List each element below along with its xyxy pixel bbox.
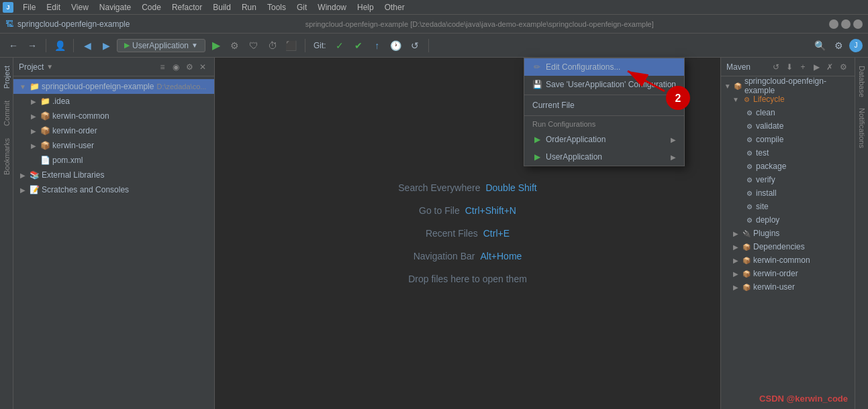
user-icon[interactable]: 👤 (52, 38, 68, 54)
scratch-label: Scratches and Consoles (42, 185, 129, 194)
ext-libs-icon: 📚 (29, 170, 40, 180)
minimize-button[interactable] (829, 19, 838, 29)
sidebar-title: Project ▼ (19, 62, 53, 72)
maven-kerwin-common[interactable]: ▶ 📦 kerwin-common (721, 253, 855, 267)
maven-download[interactable]: ⬇ (783, 61, 795, 73)
test-label: test (756, 148, 769, 158)
profile-button[interactable]: ⏱ (264, 38, 281, 54)
menu-other[interactable]: Other (379, 1, 410, 13)
maven-validate[interactable]: ⚙ validate (721, 119, 855, 133)
menu-code[interactable]: Code (136, 1, 166, 13)
recent-files-key: Ctrl+E (483, 228, 510, 239)
tree-kerwin-order[interactable]: ▶ 📦 kerwin-order (13, 123, 214, 138)
maven-refresh[interactable]: ↺ (770, 61, 782, 73)
toolbar-nav-fwd[interactable]: ▶ (98, 38, 114, 54)
dropdown-order-app[interactable]: ▶ OrderApplication ▶ (524, 131, 684, 148)
maven-root-arrow: ▼ (724, 82, 731, 90)
nav-bar-key: Alt+Home (480, 251, 522, 261)
tree-external-libs[interactable]: ▶ 📚 External Libraries (13, 168, 214, 182)
git-push[interactable]: ↑ (369, 38, 385, 54)
scratch-arrow: ▶ (19, 186, 27, 194)
coverage-button[interactable]: 🛡 (246, 38, 262, 54)
menu-git[interactable]: Git (291, 1, 312, 13)
dropdown-user-app[interactable]: ▶ UserApplication ▶ (524, 148, 684, 166)
menu-view[interactable]: View (66, 1, 94, 13)
maven-clean[interactable]: ⚙ clean (721, 106, 855, 119)
git-check[interactable]: ✓ (332, 38, 348, 54)
compile-gear-icon: ⚙ (744, 135, 754, 144)
avatar-button[interactable]: J (849, 39, 863, 52)
left-tab-bookmarks[interactable]: Bookmarks (1, 133, 12, 180)
menu-run[interactable]: Run (236, 1, 262, 13)
maven-skip-tests[interactable]: ✗ (824, 61, 836, 73)
menu-refactor[interactable]: Refactor (166, 1, 207, 13)
menu-window[interactable]: Window (312, 1, 352, 13)
maven-dependencies[interactable]: ▶ 📦 Dependencies (721, 240, 855, 253)
forward-button[interactable]: → (24, 38, 40, 54)
settings-button[interactable]: ⚙ (830, 38, 847, 54)
left-tab-commit[interactable]: Commit (1, 95, 12, 131)
git-history[interactable]: 🕐 (388, 38, 404, 54)
stop-button[interactable]: ⬛ (283, 38, 299, 54)
tree-kerwin-user[interactable]: ▶ 📦 kerwin-user (13, 138, 214, 153)
run-config-label: UserApplication (132, 41, 189, 50)
dropdown-current-file[interactable]: Current File (524, 97, 684, 114)
maven-install[interactable]: ⚙ install (721, 186, 855, 200)
menu-tools[interactable]: Tools (262, 1, 291, 13)
toolbar-right: 🔍 ⚙ J (812, 38, 863, 54)
right-tab-notifications[interactable]: Notifications (857, 103, 867, 154)
tree-pom[interactable]: ▶ 📄 pom.xml (13, 153, 214, 168)
right-tab-database[interactable]: Database (857, 60, 867, 103)
maven-header: Maven ↺ ⬇ + ▶ ✗ ⚙ (721, 58, 855, 76)
tree-idea[interactable]: ▶ 📁 .idea (13, 94, 214, 109)
maven-plugins[interactable]: ▶ 🔌 Plugins (721, 227, 855, 240)
sidebar-hide-button[interactable]: ✕ (197, 61, 209, 73)
sidebar-actions: ≡ ◉ ⚙ ✕ (156, 61, 209, 73)
maven-root[interactable]: ▼ 📦 springcloud-openfeign-example (721, 79, 855, 93)
hint-recent-files: Recent Files Ctrl+E (426, 228, 510, 239)
maven-run[interactable]: ▶ (810, 61, 822, 73)
left-tab-project[interactable]: Project (1, 60, 12, 94)
maven-package[interactable]: ⚙ package (721, 160, 855, 173)
scroll-to-source-button[interactable]: ◉ (170, 61, 182, 73)
toolbar-nav-back[interactable]: ◀ (79, 38, 95, 54)
maven-add[interactable]: + (797, 61, 809, 73)
verify-gear-icon: ⚙ (744, 175, 754, 184)
menu-build[interactable]: Build (207, 1, 236, 13)
back-button[interactable]: ← (5, 38, 21, 54)
menu-help[interactable]: Help (352, 1, 379, 13)
search-button[interactable]: 🔍 (812, 38, 828, 54)
run-config-selector[interactable]: ▶ UserApplication ▼ (117, 39, 205, 52)
menu-edit[interactable]: Edit (41, 1, 66, 13)
tree-scratches[interactable]: ▶ 📝 Scratches and Consoles (13, 182, 214, 197)
maven-kerwin-order[interactable]: ▶ 📦 kerwin-order (721, 267, 855, 280)
maven-verify[interactable]: ⚙ verify (721, 173, 855, 186)
git-rollback[interactable]: ↺ (407, 38, 423, 54)
install-gear-icon: ⚙ (744, 188, 754, 198)
menu-navigate[interactable]: Navigate (94, 1, 136, 13)
debug-button[interactable]: ⚙ (227, 38, 243, 54)
maximize-button[interactable] (841, 19, 851, 29)
order-app-label: OrderApplication (546, 135, 606, 144)
tree-kerwin-common[interactable]: ▶ 📦 kerwin-common (13, 109, 214, 123)
dropdown-save-config[interactable]: 💾 Save 'UserApplication' Configuration (524, 76, 684, 93)
current-file-label: Current File (532, 101, 575, 110)
maven-deploy[interactable]: ⚙ deploy (721, 213, 855, 227)
collapse-all-button[interactable]: ≡ (156, 61, 168, 73)
menu-bar: J File Edit View Navigate Code Refactor … (0, 0, 868, 15)
git-tick[interactable]: ✔ (350, 38, 367, 54)
tree-root[interactable]: ▼ 📁 springcloud-openfeign-example D:\zed… (13, 79, 214, 94)
maven-test[interactable]: ⚙ test (721, 146, 855, 160)
run-button[interactable]: ▶ (208, 38, 224, 54)
close-button[interactable] (853, 19, 863, 29)
dropdown-edit-configs[interactable]: ✏ Edit Configurations... (524, 58, 684, 76)
maven-kerwin-user[interactable]: ▶ 📦 kerwin-user (721, 280, 855, 294)
maven-settings[interactable]: ⚙ (837, 61, 849, 73)
maven-site[interactable]: ⚙ site (721, 200, 855, 213)
edit-configs-label: Edit Configurations... (546, 62, 620, 72)
hint-goto-file: Go to File Ctrl+Shift+N (419, 205, 516, 216)
maven-compile[interactable]: ⚙ compile (721, 133, 855, 146)
sidebar-settings-button[interactable]: ⚙ (183, 61, 195, 73)
menu-file[interactable]: File (17, 1, 41, 13)
dropdown-sep-2 (524, 115, 684, 116)
